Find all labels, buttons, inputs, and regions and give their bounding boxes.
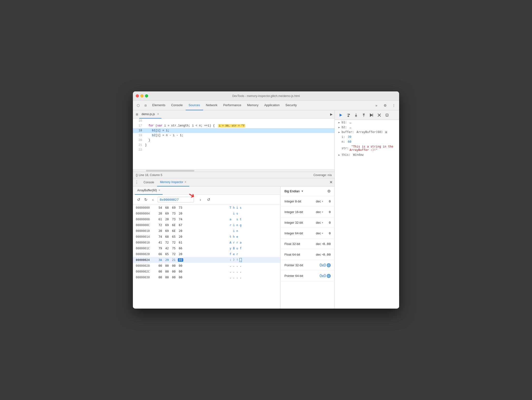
type-row-int8: Integer 8-bit dec ▾ 0 (281, 196, 334, 207)
float64-format-selector[interactable]: dec ▾ (316, 253, 323, 256)
endian-selector[interactable]: Big Endian ▼ (284, 189, 304, 193)
int16-format-selector[interactable]: dec ▾ (316, 210, 323, 214)
hex-row-4: 00000004 20 69 73 20 i (133, 211, 280, 216)
int32-value: 0 (329, 221, 331, 224)
cursor-icon[interactable]: ⬡ (135, 102, 142, 109)
step-over-button[interactable] (345, 112, 351, 118)
tab-memory[interactable]: Memory (244, 101, 261, 110)
int32-format-selector[interactable]: dec ▾ (316, 221, 323, 224)
hscrollbar-thumb[interactable] (146, 170, 194, 171)
type-row-int64: Integer 64-bit dec ▾ 0 (281, 228, 334, 239)
scope-item-this[interactable]: ▶ this: Window (335, 152, 399, 157)
next-page-button[interactable]: › (198, 197, 203, 202)
int64-value: 0 (329, 231, 331, 235)
float32-format-selector[interactable]: dec ▾ (316, 242, 323, 246)
line-col-indicator: Line 18, Column 5 (139, 173, 162, 177)
hex-row-2c: 0000002C 00 00 00 00 . . (133, 269, 280, 274)
more-options-button[interactable]: ⋮ (390, 102, 397, 109)
tab-elements[interactable]: Elements (149, 101, 168, 110)
tab-application[interactable]: Application (261, 101, 283, 110)
horizontal-scrollbar[interactable] (133, 169, 334, 172)
status-bar: {} Line 18, Column 5 Coverage: n/a (133, 172, 334, 178)
int64-format-selector[interactable]: dec ▾ (316, 231, 323, 235)
expand-icon: ▶ (338, 121, 341, 124)
code-line-22: 22 (133, 148, 334, 152)
ptr64-link-button[interactable] (327, 274, 331, 278)
hex-row-28: 00000028 00 00 00 00 . . (133, 263, 280, 269)
buffer-tab-bar: ArrayBuffer(60) ✕ (133, 186, 280, 195)
devtools-main: ⊞ demo-js.js ✕ ▶ 16 17 for (var i = str.… (133, 110, 399, 309)
tab-network[interactable]: Network (203, 101, 220, 110)
toggle-navigator-button[interactable]: ⊞ (135, 112, 139, 117)
memory-value-inspector: Big Endian ▼ ⚙ Integer 8-bit dec ▾ (281, 186, 334, 309)
maximize-button[interactable] (145, 94, 148, 97)
back-button[interactable]: ↺ (136, 197, 141, 202)
expand-icon: ▶ (338, 126, 341, 129)
buffer-tab[interactable]: ArrayBuffer(60) ✕ (135, 186, 163, 195)
tab-console[interactable]: Console (168, 101, 186, 110)
svg-marker-6 (348, 116, 349, 117)
scope-item-b1[interactable]: ▶ b1: … (335, 120, 399, 125)
hex-row-24-selected[interactable]: 00000024 3A 29 21 00 : ) (133, 257, 280, 263)
close-bottom-panel-button[interactable]: ✕ (329, 180, 333, 185)
scope-item-str[interactable]: str: "This is a string in the ArrayBuffe… (335, 144, 399, 152)
right-debugger-panel: ▶ b1: … ▶ b2: … ▶ buffer: ArrayBuffer(60… (335, 110, 399, 309)
memory-inspector-close[interactable]: ✕ (184, 181, 186, 183)
code-line-20: 20 } (133, 138, 334, 143)
code-line-21: 21 } (133, 143, 334, 148)
file-tab-name: demo-js.js (142, 112, 155, 116)
forward-button[interactable]: ↻ (143, 197, 148, 202)
int16-value: 0 (329, 210, 331, 214)
tab-memory-inspector[interactable]: Memory Inspector ✕ (157, 178, 189, 186)
scope-item-b2[interactable]: ▶ b2: … (335, 125, 399, 130)
buffer-tab-close[interactable]: ✕ (158, 189, 160, 192)
value-inspector-settings[interactable]: ⚙ (327, 189, 331, 193)
code-line-19: 19 b2[i] = n - i - 1; (133, 133, 334, 138)
endian-dropdown-arrow: ▼ (301, 190, 304, 193)
scope-item-buffer[interactable]: ▶ buffer: ArrayBuffer(60) ⊞ (335, 130, 399, 134)
tab-sources[interactable]: Sources (186, 101, 203, 110)
prev-page-button[interactable]: ‹ (150, 197, 156, 202)
hex-row-0: 00000000 54 68 69 73 T h (133, 205, 280, 211)
bottom-panel-menu[interactable]: ⋮ (135, 180, 139, 185)
close-button[interactable] (136, 94, 139, 97)
memory-inspector-content: ArrayBuffer(60) ✕ ↺ ↻ ‹ ➜ (133, 186, 334, 309)
refresh-button[interactable]: ↺ (207, 197, 210, 202)
settings-button[interactable]: ⚙ (382, 102, 388, 109)
type-row-ptr64: Pointer 64-bit 0x0 (281, 271, 334, 281)
deactivate-breakpoints-button[interactable] (376, 112, 382, 118)
file-tab[interactable]: demo-js.js ✕ (139, 110, 161, 119)
file-tab-bar: ⊞ demo-js.js ✕ ▶ (133, 110, 334, 119)
file-tab-close[interactable]: ✕ (157, 113, 159, 115)
minimize-button[interactable] (140, 94, 144, 97)
int8-format-selector[interactable]: dec ▾ (316, 200, 323, 203)
traffic-lights (136, 94, 148, 97)
ptr32-link-button[interactable] (327, 263, 331, 267)
type-row-ptr32: Pointer 32-bit 0x0 (281, 260, 334, 271)
ptr32-value: 0x0 (319, 263, 331, 267)
type-row-int32: Integer 32-bit dec ▾ 0 (281, 217, 334, 228)
address-input[interactable] (158, 197, 194, 202)
resume-button[interactable] (338, 112, 343, 118)
mobile-icon[interactable]: ⧈ (142, 102, 149, 109)
format-source-button[interactable]: ▶ (330, 112, 333, 116)
tab-performance[interactable]: Performance (220, 101, 244, 110)
float64-value: 0.00 (323, 253, 331, 256)
tab-security[interactable]: Security (282, 101, 300, 110)
memory-icon[interactable]: ⊞ (385, 131, 388, 134)
expand-icon: ▶ (338, 153, 341, 156)
step-button[interactable] (369, 112, 374, 118)
tab-console-bottom[interactable]: Console (141, 178, 157, 186)
more-tabs-button[interactable]: » (373, 102, 380, 109)
expand-icon: ▶ (338, 131, 341, 133)
step-into-button[interactable] (353, 112, 359, 118)
int8-value: 0 (329, 200, 331, 203)
scope-item-i[interactable]: i: 39 (335, 134, 399, 139)
step-out-button[interactable] (361, 112, 367, 118)
devtools-tab-bar: ⬡ ⧈ Elements Console Sources Network Per… (133, 101, 399, 110)
pause-on-exceptions-button[interactable] (384, 112, 390, 118)
hex-row-1c: 0000001C 79 42 75 66 y B (133, 245, 280, 251)
scope-item-n[interactable]: n: 60 (335, 139, 399, 144)
hex-row-14: 00000014 74 68 65 20 t h (133, 234, 280, 240)
code-editor: 16 17 for (var i = str.length; i < n; ++… (133, 119, 334, 169)
